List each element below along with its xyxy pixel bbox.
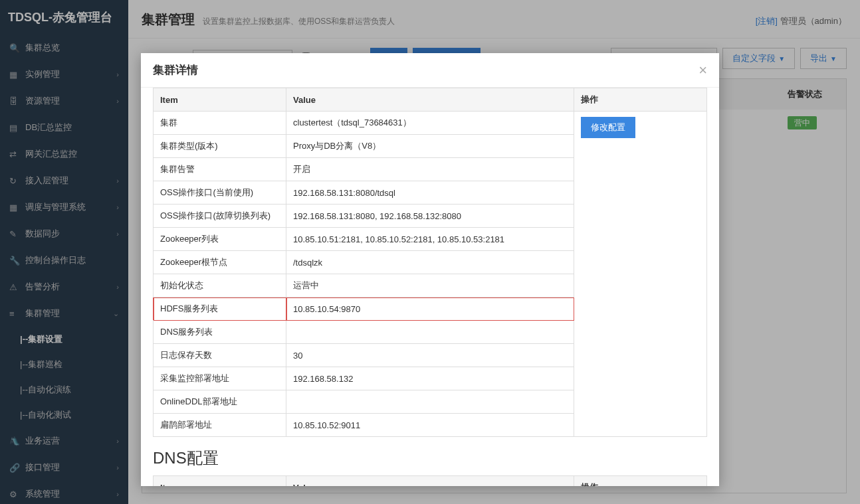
detail-value: 192.168.58.132 bbox=[286, 367, 574, 390]
detail-item: DNS服务列表 bbox=[154, 321, 286, 344]
detail-item: HDFS服务列表 bbox=[154, 297, 286, 321]
detail-value: 192.168.58.131:8080, 192.168.58.132:8080 bbox=[286, 205, 574, 228]
detail-item: 日志保存天数 bbox=[154, 344, 286, 367]
detail-item: 集群 bbox=[154, 112, 286, 135]
detail-value: 30 bbox=[286, 344, 574, 367]
detail-action: 修改配置 bbox=[574, 112, 707, 437]
detail-value: 10.85.10.52:9011 bbox=[286, 414, 574, 437]
close-icon[interactable]: × bbox=[699, 63, 707, 78]
detail-value bbox=[286, 321, 574, 344]
detail-value bbox=[286, 390, 574, 414]
modal-title: 集群详情 bbox=[153, 62, 198, 78]
th-action: 操作 bbox=[574, 476, 707, 487]
detail-item: 初始化状态 bbox=[154, 274, 286, 297]
th-item: Item bbox=[154, 88, 286, 112]
detail-value: 10.85.10.51:2181, 10.85.10.52:2181, 10.8… bbox=[286, 228, 574, 251]
detail-value: 10.85.10.54:9870 bbox=[286, 297, 574, 321]
detail-value: 192.168.58.131:8080/tdsql bbox=[286, 181, 574, 205]
detail-item: OnlineDDL部署地址 bbox=[154, 390, 286, 414]
table-row: 集群clustertest（tdsql_73684631）修改配置 bbox=[154, 112, 707, 135]
detail-value: /tdsqlzk bbox=[286, 251, 574, 274]
modal-overlay: 集群详情 × Item Value 操作 集群clustertest（tdsql… bbox=[0, 0, 860, 504]
th-item: Item bbox=[154, 476, 286, 487]
cluster-detail-modal: 集群详情 × Item Value 操作 集群clustertest（tdsql… bbox=[141, 53, 719, 486]
modal-body: Item Value 操作 集群clustertest（tdsql_736846… bbox=[141, 88, 719, 486]
detail-item: OSS操作接口(当前使用) bbox=[154, 181, 286, 205]
th-action: 操作 bbox=[574, 88, 707, 112]
th-value: Value bbox=[286, 476, 574, 487]
detail-item: 集群告警 bbox=[154, 158, 286, 181]
detail-value: 运营中 bbox=[286, 274, 574, 297]
modify-config-button[interactable]: 修改配置 bbox=[581, 117, 635, 138]
modal-header: 集群详情 × bbox=[141, 53, 719, 88]
detail-value: clustertest（tdsql_73684631） bbox=[286, 112, 574, 135]
detail-value: Proxy与DB分离（V8） bbox=[286, 135, 574, 158]
detail-item: 采集监控部署地址 bbox=[154, 367, 286, 390]
detail-item: 集群类型(版本) bbox=[154, 135, 286, 158]
detail-item: 扁鹊部署地址 bbox=[154, 414, 286, 437]
detail-item: Zookeeper列表 bbox=[154, 228, 286, 251]
detail-value: 开启 bbox=[286, 158, 574, 181]
dns-section-title: DNS配置 bbox=[153, 448, 707, 469]
th-value: Value bbox=[286, 88, 574, 112]
detail-table: Item Value 操作 集群clustertest（tdsql_736846… bbox=[153, 88, 707, 437]
dns-table: Item Value 操作 DNS数据库 x bbox=[153, 475, 707, 486]
detail-item: Zookeeper根节点 bbox=[154, 251, 286, 274]
detail-item: OSS操作接口(故障切换列表) bbox=[154, 205, 286, 228]
